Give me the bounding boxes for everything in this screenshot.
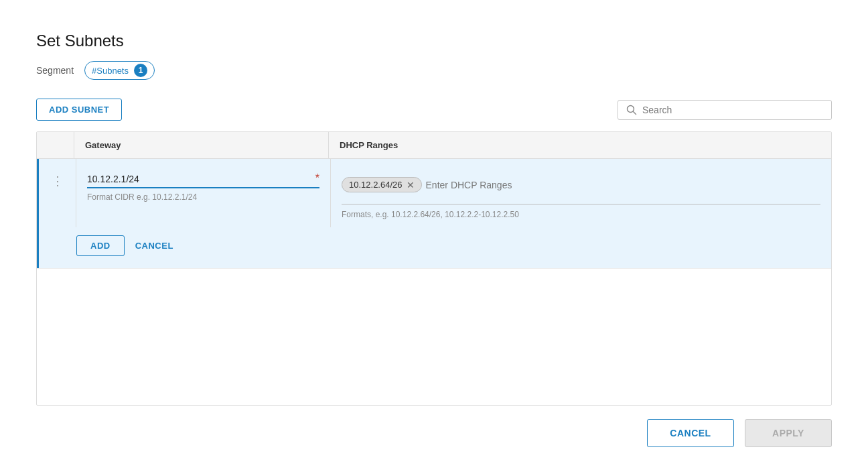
dhcp-tag: 10.12.2.64/26 ✕ — [342, 177, 422, 192]
segment-tag-count: 1 — [134, 64, 147, 77]
col-gateway-header: Gateway — [74, 132, 329, 158]
page-title: Set Subnets — [36, 32, 832, 50]
row-add-button[interactable]: ADD — [76, 235, 125, 256]
dhcp-tags-input[interactable]: 10.12.2.64/26 ✕ — [342, 171, 820, 204]
table-body: ⋮ * Format CIDR e.g. 10.12.2.1/24 — [37, 159, 831, 405]
col-dhcp-header: DHCP Ranges — [329, 132, 831, 158]
search-input[interactable] — [642, 105, 823, 115]
set-subnets-dialog: Set Subnets Segment #Subnets 1 ADD SUBNE… — [12, 10, 856, 466]
dhcp-tag-remove-icon[interactable]: ✕ — [407, 180, 415, 190]
table-header: Gateway DHCP Ranges — [37, 132, 831, 159]
required-star: * — [315, 172, 319, 184]
dialog-footer: CANCEL APPLY — [36, 406, 832, 447]
dhcp-hint: Formats, e.g. 10.12.2.64/26, 10.12.2.2-1… — [342, 210, 820, 219]
cell-handle: ⋮ — [39, 159, 76, 227]
toolbar: ADD SUBNET — [36, 99, 832, 121]
gateway-input-wrapper: * — [87, 171, 319, 188]
dhcp-tag-text: 10.12.2.64/26 — [349, 180, 403, 190]
segment-badge[interactable]: #Subnets 1 — [84, 61, 155, 80]
subnets-table: Gateway DHCP Ranges ⋮ * — [36, 131, 832, 406]
gateway-input[interactable] — [87, 171, 319, 188]
search-box — [618, 100, 832, 120]
segment-row: Segment #Subnets 1 — [36, 61, 832, 80]
edit-row-block: ⋮ * Format CIDR e.g. 10.12.2.1/24 — [37, 159, 831, 268]
gateway-hint: Format CIDR e.g. 10.12.2.1/24 — [87, 192, 319, 202]
dhcp-range-input[interactable] — [426, 180, 820, 190]
drag-handle-icon[interactable]: ⋮ — [52, 175, 64, 187]
edit-content: ⋮ * Format CIDR e.g. 10.12.2.1/24 — [39, 159, 831, 227]
col-handle — [37, 132, 74, 158]
cell-dhcp: 10.12.2.64/26 ✕ Formats, e.g. 10.12.2.64… — [331, 159, 831, 227]
segment-label: Segment — [36, 65, 74, 76]
segment-tag-text: #Subnets — [92, 66, 129, 76]
row-actions: ADD CANCEL — [39, 227, 831, 268]
cancel-button[interactable]: CANCEL — [647, 419, 734, 447]
empty-row — [37, 268, 831, 295]
add-subnet-button[interactable]: ADD SUBNET — [36, 99, 122, 121]
apply-button: APPLY — [745, 419, 832, 447]
row-cancel-button[interactable]: CANCEL — [135, 241, 173, 251]
cell-gateway: * Format CIDR e.g. 10.12.2.1/24 — [76, 159, 331, 227]
search-icon — [626, 105, 637, 115]
svg-line-1 — [634, 111, 636, 114]
